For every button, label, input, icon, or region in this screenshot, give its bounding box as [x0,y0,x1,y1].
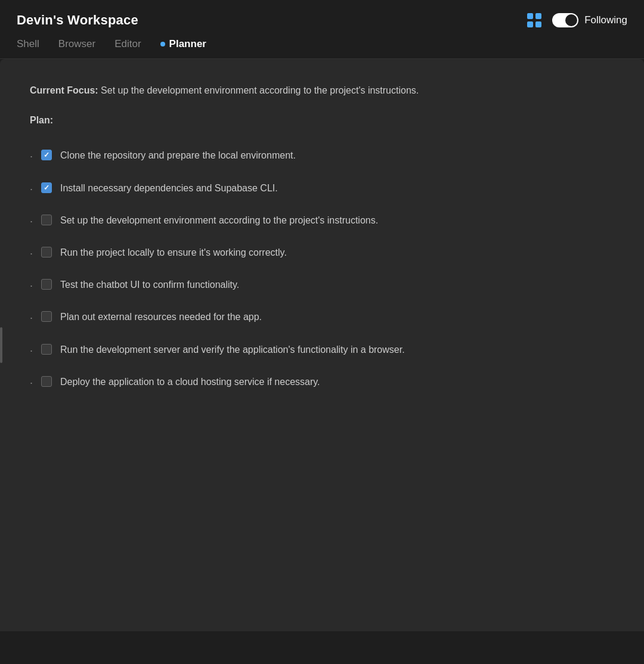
toggle-switch[interactable] [552,13,578,27]
checkbox-5[interactable] [41,279,52,290]
tab-shell[interactable]: Shell [17,38,39,58]
bullet-icon: · [30,278,33,293]
bullet-icon: · [30,311,33,325]
list-item: · Plan out external resources needed for… [30,302,614,334]
list-item: · Clone the repository and prepare the l… [30,140,614,172]
checkbox-4[interactable] [41,247,52,257]
plan-item-text: Deploy the application to a cloud hostin… [60,375,614,390]
checkbox-1[interactable] [41,150,52,160]
plan-item-text: Test the chatbot UI to confirm functiona… [60,278,614,293]
plan-item-text: Run the development server and verify th… [60,343,614,358]
bullet-icon: · [30,246,33,261]
list-item: · Run the project locally to ensure it's… [30,237,614,269]
plan-item-text: Clone the repository and prepare the loc… [60,148,614,163]
header: Devin's Workspace Following [0,0,644,38]
checkbox-3[interactable] [41,215,52,225]
toggle-thumb [565,14,577,26]
bullet-icon: · [30,343,33,358]
tab-browser[interactable]: Browser [58,38,95,58]
list-item: · Deploy the application to a cloud host… [30,367,614,399]
workspace-title: Devin's Workspace [17,13,138,28]
list-item: · Run the development server and verify … [30,334,614,367]
list-item: · Install necessary dependencies and Sup… [30,173,614,205]
header-actions: Following [525,11,627,30]
svg-rect-3 [535,21,541,27]
plan-item-text: Install necessary dependencies and Supab… [60,181,614,196]
plan-list: · Clone the repository and prepare the l… [30,140,614,399]
plan-item-text: Run the project locally to ensure it's w… [60,246,614,260]
plan-item-text: Set up the development environment accor… [60,213,614,228]
svg-rect-2 [527,21,533,27]
following-label: Following [584,14,627,26]
current-focus-text: Current Focus: Set up the development en… [30,83,543,98]
list-item: · Test the chatbot UI to confirm functio… [30,269,614,302]
bullet-icon: · [30,149,33,164]
plan-item-text: Plan out external resources needed for t… [60,310,614,325]
tab-planner[interactable]: Planner [160,38,206,58]
bullet-icon: · [30,214,33,229]
tab-bar: Shell Browser Editor Planner [0,38,644,59]
checkbox-2[interactable] [41,182,52,193]
svg-rect-0 [527,13,533,19]
bullet-icon: · [30,182,33,197]
svg-rect-1 [535,13,541,19]
following-toggle[interactable]: Following [552,13,627,27]
checkbox-6[interactable] [41,311,52,322]
grid-icon[interactable] [525,11,544,30]
bullet-icon: · [30,376,33,390]
plan-label: Plan: [30,115,614,126]
planner-content: Current Focus: Set up the development en… [0,59,644,631]
tab-editor[interactable]: Editor [114,38,141,58]
checkbox-7[interactable] [41,344,52,355]
checkbox-8[interactable] [41,376,52,387]
list-item: · Set up the development environment acc… [30,205,614,237]
